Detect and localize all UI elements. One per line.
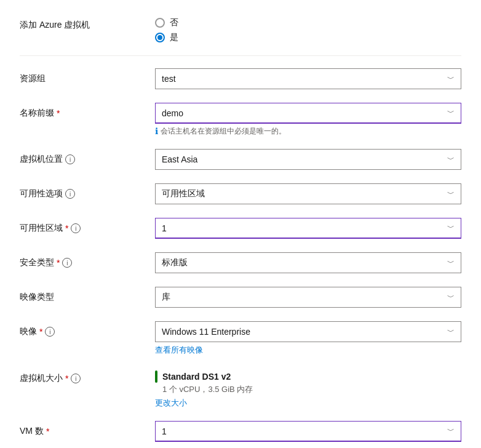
vm-location-label: 虚拟机位置 i [20,149,155,165]
view-all-images-link[interactable]: 查看所有映像 [155,345,203,356]
image-type-control: 库 ﹀ [155,287,461,308]
change-size-link[interactable]: 更改大小 [155,398,187,409]
vm-count-control: 1 ﹀ [155,421,461,442]
vm-location-chevron-icon: ﹀ [447,154,455,165]
vm-location-label-text: 虚拟机位置 [20,154,63,165]
vm-location-info-icon[interactable]: i [65,154,75,164]
vm-location-control: East Asia ﹀ [155,149,461,170]
security-type-label: 安全类型 * i [20,252,155,268]
add-azure-vm-label: 添加 Azure 虚拟机 [20,15,155,31]
resource-group-label-text: 资源组 [20,73,46,84]
availability-zone-required-star: * [65,223,68,233]
vm-count-chevron-icon: ﹀ [447,426,455,436]
security-type-required-star: * [57,258,60,268]
image-label-text: 映像 [20,326,37,337]
add-azure-vm-row: 添加 Azure 虚拟机 否 是 [20,15,461,43]
resource-group-label: 资源组 [20,68,155,84]
resource-group-control: test ﹀ [155,68,461,89]
name-prefix-hint-text: 会话主机名在资源组中必须是唯一的。 [161,126,286,137]
vm-size-label: 虚拟机大小 * i [20,368,155,384]
vm-size-info-icon[interactable]: i [71,374,81,383]
vm-size-control: Standard DS1 v2 1 个 vCPU，3.5 GiB 内存 更改大小 [155,368,461,409]
hint-info-icon: ℹ [155,126,158,136]
availability-options-value: 可用性区域 [162,188,205,199]
security-type-label-text: 安全类型 [20,257,54,268]
resource-group-value: test [162,74,176,84]
image-chevron-icon: ﹀ [447,327,455,337]
radio-no-item[interactable]: 否 [155,17,461,28]
image-type-label-text: 映像类型 [20,292,54,303]
radio-no-label: 否 [170,17,178,28]
vm-count-select[interactable]: 1 ﹀ [155,421,461,442]
availability-zone-select[interactable]: 1 ﹀ [155,218,461,239]
availability-options-row: 可用性选项 i 可用性区域 ﹀ [20,183,461,206]
vm-size-row: 虚拟机大小 * i Standard DS1 v2 1 个 vCPU，3.5 G… [20,368,461,409]
image-required-star: * [39,327,42,337]
image-type-value: 库 [162,292,170,303]
vm-size-label-text: 虚拟机大小 [20,373,63,384]
name-prefix-chevron-icon: ﹀ [447,108,455,118]
name-prefix-row: 名称前缀 * demo ﹀ ℹ 会话主机名在资源组中必须是唯一的。 [20,103,461,137]
availability-zone-info-icon[interactable]: i [71,223,81,233]
image-type-select[interactable]: 库 ﹀ [155,287,461,308]
name-prefix-value: demo [162,108,183,118]
availability-zone-row: 可用性区域 * i 1 ﹀ [20,218,461,240]
image-row: 映像 * i Windows 11 Enterprise ﹀ 查看所有映像 [20,321,461,356]
vm-location-select[interactable]: East Asia ﹀ [155,149,461,170]
vm-size-name: Standard DS1 v2 [155,370,461,383]
divider-1 [20,55,461,56]
security-type-select[interactable]: 标准版 ﹀ [155,252,461,273]
name-prefix-hint: ℹ 会话主机名在资源组中必须是唯一的。 [155,126,461,137]
radio-yes-label: 是 [170,32,178,43]
vm-size-required-star: * [65,374,68,383]
name-prefix-select[interactable]: demo ﹀ [155,103,461,124]
image-label: 映像 * i [20,321,155,337]
image-type-label: 映像类型 [20,287,155,303]
name-prefix-label-text: 名称前缀 [20,108,54,119]
security-type-chevron-icon: ﹀ [447,258,455,268]
image-select[interactable]: Windows 11 Enterprise ﹀ [155,321,461,342]
add-azure-vm-label-text: 添加 Azure 虚拟机 [20,20,90,31]
vm-size-detail: 1 个 vCPU，3.5 GiB 内存 [155,384,461,395]
resource-group-chevron-icon: ﹀ [447,74,455,84]
resource-group-row: 资源组 test ﹀ [20,68,461,90]
vm-count-label: VM 数 * [20,421,155,437]
availability-zone-chevron-icon: ﹀ [447,223,455,233]
availability-zone-label-text: 可用性区域 [20,223,63,234]
security-type-info-icon[interactable]: i [62,258,72,268]
add-azure-vm-radio-group: 否 是 [155,15,461,43]
vm-count-value: 1 [162,426,167,436]
availability-options-label-text: 可用性选项 [20,188,63,199]
security-type-control: 标准版 ﹀ [155,252,461,273]
name-prefix-label: 名称前缀 * [20,103,155,119]
vm-location-row: 虚拟机位置 i East Asia ﹀ [20,149,461,171]
availability-zone-label: 可用性区域 * i [20,218,155,234]
image-info-icon[interactable]: i [45,327,55,337]
security-type-value: 标准版 [162,257,188,268]
radio-yes-item[interactable]: 是 [155,32,461,43]
availability-options-chevron-icon: ﹀ [447,189,455,199]
vm-count-label-text: VM 数 [20,426,44,437]
radio-yes-input[interactable] [155,33,165,42]
availability-zone-value: 1 [162,223,167,233]
add-azure-vm-controls: 否 是 [155,15,461,43]
name-prefix-control: demo ﹀ ℹ 会话主机名在资源组中必须是唯一的。 [155,103,461,137]
radio-no-input[interactable] [155,18,165,28]
resource-group-select[interactable]: test ﹀ [155,68,461,89]
vm-count-row: VM 数 * 1 ﹀ [20,421,461,443]
vm-count-required-star: * [46,426,49,436]
image-value: Windows 11 Enterprise [162,327,250,337]
security-type-row: 安全类型 * i 标准版 ﹀ [20,252,461,274]
availability-options-control: 可用性区域 ﹀ [155,183,461,204]
image-control: Windows 11 Enterprise ﹀ 查看所有映像 [155,321,461,356]
vm-size-area: Standard DS1 v2 1 个 vCPU，3.5 GiB 内存 更改大小 [155,368,461,409]
image-type-chevron-icon: ﹀ [447,292,455,303]
availability-options-info-icon[interactable]: i [65,189,75,199]
availability-zone-control: 1 ﹀ [155,218,461,239]
availability-options-select[interactable]: 可用性区域 ﹀ [155,183,461,204]
image-type-row: 映像类型 库 ﹀ [20,287,461,309]
name-prefix-required-star: * [57,108,60,118]
vm-location-value: East Asia [162,154,197,164]
availability-options-label: 可用性选项 i [20,183,155,199]
